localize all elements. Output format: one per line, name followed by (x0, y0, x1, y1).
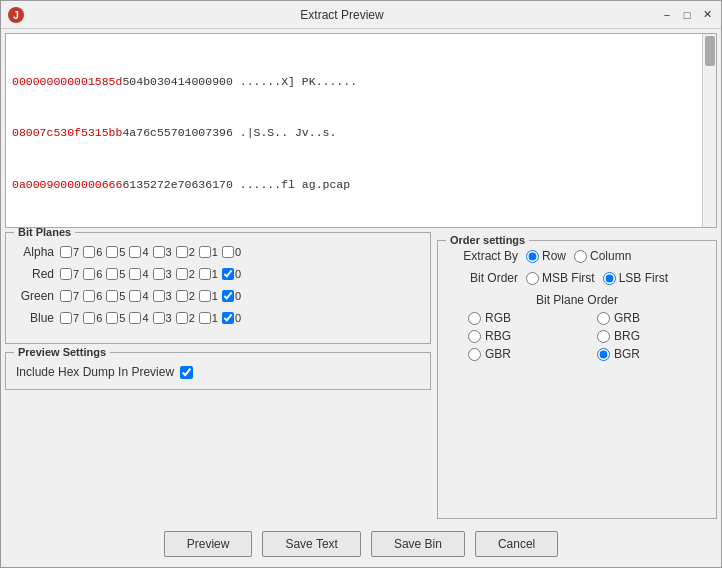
title-bar-controls: − □ ✕ (659, 7, 715, 23)
red-0-checkbox[interactable] (222, 268, 234, 280)
blue-bit-2: 2 (176, 312, 195, 324)
green-bit-2: 2 (176, 290, 195, 302)
rbg-radio[interactable] (468, 330, 481, 343)
msb-first-radio[interactable] (526, 272, 539, 285)
red-1-checkbox[interactable] (199, 268, 211, 280)
extract-row-option: Row (526, 249, 566, 263)
gbr-radio[interactable] (468, 348, 481, 361)
blue-4-checkbox[interactable] (129, 312, 141, 324)
blue-bit-4: 4 (129, 312, 148, 324)
blue-0-label: 0 (235, 312, 241, 324)
alpha-1-checkbox[interactable] (199, 246, 211, 258)
extract-col-option: Column (574, 249, 631, 263)
red-4-checkbox[interactable] (129, 268, 141, 280)
preview-scrollbar[interactable] (702, 34, 716, 227)
green-3-checkbox[interactable] (153, 290, 165, 302)
grb-radio[interactable] (597, 312, 610, 325)
green-4-checkbox[interactable] (129, 290, 141, 302)
rgb-radio[interactable] (468, 312, 481, 325)
alpha-bit-0: 0 (222, 246, 241, 258)
green-7-checkbox[interactable] (60, 290, 72, 302)
green-6-checkbox[interactable] (83, 290, 95, 302)
bgr-option: BGR (597, 347, 706, 361)
blue-5-label: 5 (119, 312, 125, 324)
alpha-3-checkbox[interactable] (153, 246, 165, 258)
blue-6-checkbox[interactable] (83, 312, 95, 324)
red-7-checkbox[interactable] (60, 268, 72, 280)
alpha-row: Alpha 7 6 5 4 3 2 1 0 (16, 245, 420, 259)
alpha-2-checkbox[interactable] (176, 246, 188, 258)
blue-4-label: 4 (142, 312, 148, 324)
rbg-label: RBG (485, 329, 511, 343)
hex-dump-checkbox[interactable] (180, 366, 193, 379)
bgr-radio[interactable] (597, 348, 610, 361)
extract-col-radio[interactable] (574, 250, 587, 263)
green-bit-4: 4 (129, 290, 148, 302)
brg-label: BRG (614, 329, 640, 343)
green-0-label: 0 (235, 290, 241, 302)
green-bit-3: 3 (153, 290, 172, 302)
alpha-6-checkbox[interactable] (83, 246, 95, 258)
blue-0-checkbox[interactable] (222, 312, 234, 324)
preview-button[interactable]: Preview (164, 531, 253, 557)
extract-row-radio[interactable] (526, 250, 539, 263)
alpha-bit-1: 1 (199, 246, 218, 258)
red-bit-3: 3 (153, 268, 172, 280)
blue-2-label: 2 (189, 312, 195, 324)
red-7-label: 7 (73, 268, 79, 280)
green-0-checkbox[interactable] (222, 290, 234, 302)
lsb-first-radio[interactable] (603, 272, 616, 285)
green-5-label: 5 (119, 290, 125, 302)
minimize-button[interactable]: − (659, 7, 675, 23)
order-settings-title: Order settings (446, 234, 529, 246)
hex-dump-label: Include Hex Dump In Preview (16, 365, 174, 379)
alpha-4-checkbox[interactable] (129, 246, 141, 258)
close-button[interactable]: ✕ (699, 7, 715, 23)
red-bit-1: 1 (199, 268, 218, 280)
extract-by-label: Extract By (448, 249, 518, 263)
bit-planes-group: Bit Planes Alpha 7 6 5 4 3 2 1 0 (5, 232, 431, 344)
save-text-button[interactable]: Save Text (262, 531, 360, 557)
alpha-2-label: 2 (189, 246, 195, 258)
left-panel: Bit Planes Alpha 7 6 5 4 3 2 1 0 (5, 232, 431, 519)
green-bit-7: 7 (60, 290, 79, 302)
maximize-button[interactable]: □ (679, 7, 695, 23)
green-bit-5: 5 (106, 290, 125, 302)
alpha-7-checkbox[interactable] (60, 246, 72, 258)
grb-option: GRB (597, 311, 706, 325)
alpha-0-label: 0 (235, 246, 241, 258)
red-0-label: 0 (235, 268, 241, 280)
green-2-checkbox[interactable] (176, 290, 188, 302)
blue-3-label: 3 (166, 312, 172, 324)
brg-radio[interactable] (597, 330, 610, 343)
red-bit-0: 0 (222, 268, 241, 280)
cancel-button[interactable]: Cancel (475, 531, 558, 557)
red-2-label: 2 (189, 268, 195, 280)
blue-7-checkbox[interactable] (60, 312, 72, 324)
alpha-5-checkbox[interactable] (106, 246, 118, 258)
bit-order-label: Bit Order (448, 271, 518, 285)
red-5-checkbox[interactable] (106, 268, 118, 280)
blue-bit-6: 6 (83, 312, 102, 324)
preview-text[interactable]: 000000000001585d 504b030414000900 ......… (6, 34, 716, 227)
alpha-6-label: 6 (96, 246, 102, 258)
save-bin-button[interactable]: Save Bin (371, 531, 465, 557)
blue-5-checkbox[interactable] (106, 312, 118, 324)
bit-order-row: Bit Order MSB First LSB First (448, 271, 706, 285)
green-5-checkbox[interactable] (106, 290, 118, 302)
blue-2-checkbox[interactable] (176, 312, 188, 324)
blue-bit-0: 0 (222, 312, 241, 324)
blue-3-checkbox[interactable] (153, 312, 165, 324)
red-3-checkbox[interactable] (153, 268, 165, 280)
bit-planes-grid: Alpha 7 6 5 4 3 2 1 0 Red (16, 245, 420, 325)
extract-row-label: Row (542, 249, 566, 263)
red-6-checkbox[interactable] (83, 268, 95, 280)
red-2-checkbox[interactable] (176, 268, 188, 280)
blue-1-checkbox[interactable] (199, 312, 211, 324)
panels: Bit Planes Alpha 7 6 5 4 3 2 1 0 (1, 228, 721, 523)
green-bit-0: 0 (222, 290, 241, 302)
rgb-option: RGB (468, 311, 577, 325)
alpha-bit-4: 4 (129, 246, 148, 258)
alpha-0-checkbox[interactable] (222, 246, 234, 258)
green-1-checkbox[interactable] (199, 290, 211, 302)
